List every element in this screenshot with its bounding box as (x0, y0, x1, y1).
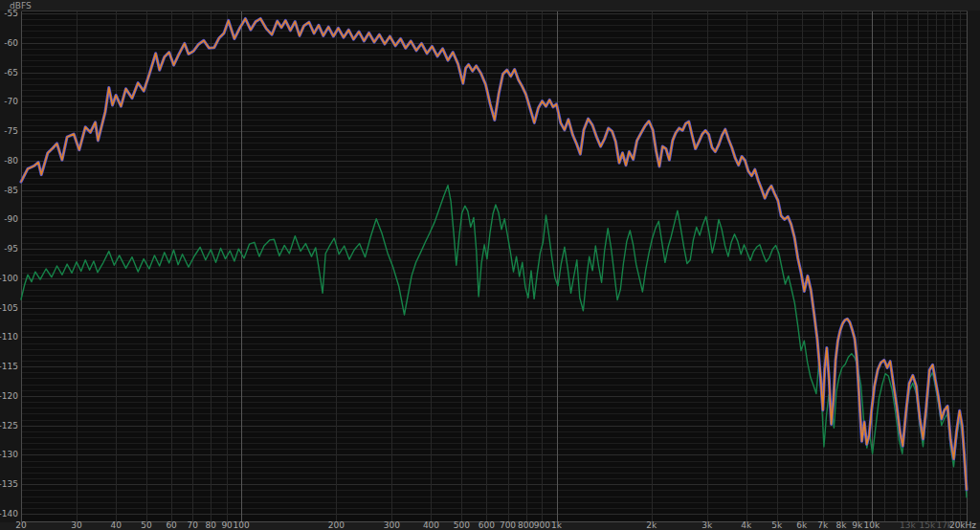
spectrum-chart[interactable]: -55-60-65-70-75-80-85-90-95-100-105-110-… (0, 0, 980, 530)
x-tick-label: 30 (71, 520, 82, 530)
x-tick-label: 100 (234, 520, 250, 530)
y-tick-label: -110 (0, 332, 18, 342)
x-tick-label: 5k (771, 520, 783, 530)
plot-area[interactable] (21, 11, 967, 521)
x-tick-label: 200 (328, 520, 345, 530)
y-tick-label: -115 (0, 362, 18, 371)
x-tick-label: 20 (15, 520, 27, 530)
x-tick-label: 60 (166, 520, 177, 530)
x-tick-label: 800 (518, 520, 534, 530)
x-tick-label: 300 (384, 520, 400, 530)
x-tick-label: 50 (141, 520, 152, 530)
x-tick-label: 1k (551, 520, 563, 530)
x-tick-label: 700 (500, 520, 516, 530)
y-tick-label: -70 (4, 97, 18, 106)
x-tick-label: 7k (817, 520, 829, 530)
x-tick-label: 6k (796, 520, 808, 530)
y-tick-label: -65 (4, 68, 18, 77)
y-tick-label: -105 (0, 303, 18, 313)
y-tick-label: -100 (0, 274, 18, 283)
y-tick-label: -130 (0, 450, 18, 459)
x-tick-label: 20kHz (949, 520, 976, 530)
x-tick-label: 8k (835, 520, 847, 530)
x-tick-label: 15k (920, 520, 936, 530)
y-tick-label: -125 (0, 421, 18, 431)
y-tick-label: -75 (4, 126, 18, 136)
top-strip (0, 0, 980, 11)
x-tick-label: 9k (852, 520, 863, 530)
x-tick-label: 70 (187, 520, 198, 530)
y-tick-label: -135 (0, 479, 18, 489)
y-tick-label: -60 (4, 38, 18, 48)
y-tick-label: -120 (0, 391, 18, 401)
y-axis-unit-label: dBFS (10, 1, 32, 11)
y-tick-label: -95 (4, 244, 18, 254)
x-tick-label: 13k (900, 520, 916, 530)
x-tick-label: 10k (864, 520, 880, 530)
y-tick-label: -80 (4, 156, 18, 166)
y-tick-label: -85 (4, 186, 18, 195)
x-tick-label: 3k (702, 520, 713, 530)
x-tick-label: 2k (646, 520, 657, 530)
x-tick-label: 500 (454, 520, 470, 530)
x-tick-label: 400 (423, 520, 439, 530)
x-tick-label: 600 (479, 520, 495, 530)
y-tick-label: -90 (4, 214, 18, 224)
spectrum-analyzer: dBFS -55-60-65-70-75-80-85-90-95-100-105… (0, 0, 980, 530)
x-tick-label: 40 (110, 520, 122, 530)
y-tick-label: -140 (0, 509, 18, 519)
x-tick-label: 80 (206, 520, 217, 530)
x-tick-label: 900 (534, 520, 550, 530)
x-tick-label: 4k (741, 520, 752, 530)
x-tick-label: 90 (221, 520, 233, 530)
